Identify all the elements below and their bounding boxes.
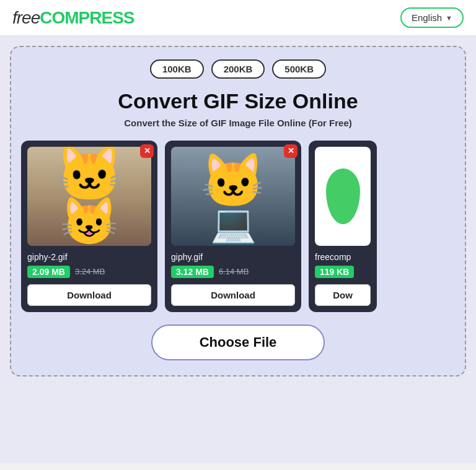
card-sizes-3: 119 KB (315, 266, 371, 278)
size-badges-row: 100KB 200KB 500KB (21, 59, 455, 79)
header: freeCOMPRESS English ▼ (0, 0, 476, 36)
cat3-image (315, 147, 371, 246)
size-badge-500kb[interactable]: 500KB (272, 59, 326, 79)
chevron-down-icon: ▼ (446, 14, 452, 22)
card-sizes-1: 2.09 MB 3.24 MB (27, 266, 151, 278)
download-button-2[interactable]: Download (171, 284, 295, 306)
card-2: ✕ giphy.gif 3.12 MB 6.14 MB Download (165, 141, 301, 312)
main-area: 100KB 200KB 500KB Convert GIF Size Onlin… (0, 36, 476, 463)
card-image-3 (315, 147, 371, 246)
choose-file-wrap: Choose File (21, 324, 455, 360)
logo-free: free (12, 8, 40, 27)
dashed-container: 100KB 200KB 500KB Convert GIF Size Onlin… (10, 46, 466, 376)
card-sizes-2: 3.12 MB 6.14 MB (171, 266, 295, 278)
card-image-1 (27, 147, 151, 246)
compressed-size-2: 3.12 MB (171, 266, 214, 278)
choose-file-button[interactable]: Choose File (151, 324, 325, 360)
card-filename-3: freecomp (315, 252, 371, 262)
close-button-2[interactable]: ✕ (284, 144, 298, 158)
original-size-1: 3.24 MB (75, 267, 105, 276)
compressed-size-1: 2.09 MB (27, 266, 70, 278)
size-badge-100kb[interactable]: 100KB (150, 59, 204, 79)
language-label: English (412, 12, 442, 23)
card-image-2 (171, 147, 295, 246)
original-size-2: 6.14 MB (219, 267, 249, 276)
card-1: ✕ giphy-2.gif 2.09 MB 3.24 MB Download (21, 141, 157, 312)
download-button-3[interactable]: Dow (315, 284, 371, 306)
card-filename-2: giphy.gif (171, 252, 295, 262)
cat2-image (171, 147, 295, 246)
green-shape (326, 168, 360, 224)
page-title: Convert GIF Size Online (21, 89, 455, 114)
cards-row: ✕ giphy-2.gif 2.09 MB 3.24 MB Download ✕… (21, 141, 455, 312)
language-selector[interactable]: English ▼ (400, 7, 464, 28)
card-3-partial: freecomp 119 KB Dow (309, 141, 377, 312)
download-button-1[interactable]: Download (27, 284, 151, 306)
compressed-size-3: 119 KB (315, 266, 354, 278)
close-button-1[interactable]: ✕ (140, 144, 154, 158)
size-badge-200kb[interactable]: 200KB (211, 59, 265, 79)
logo-compress: COMPRESS (40, 8, 134, 27)
page-subtitle: Convert the Size of GIF Image File Onlin… (21, 118, 455, 128)
card-filename-1: giphy-2.gif (27, 252, 151, 262)
logo: freeCOMPRESS (12, 8, 134, 28)
cat1-image (27, 147, 151, 246)
